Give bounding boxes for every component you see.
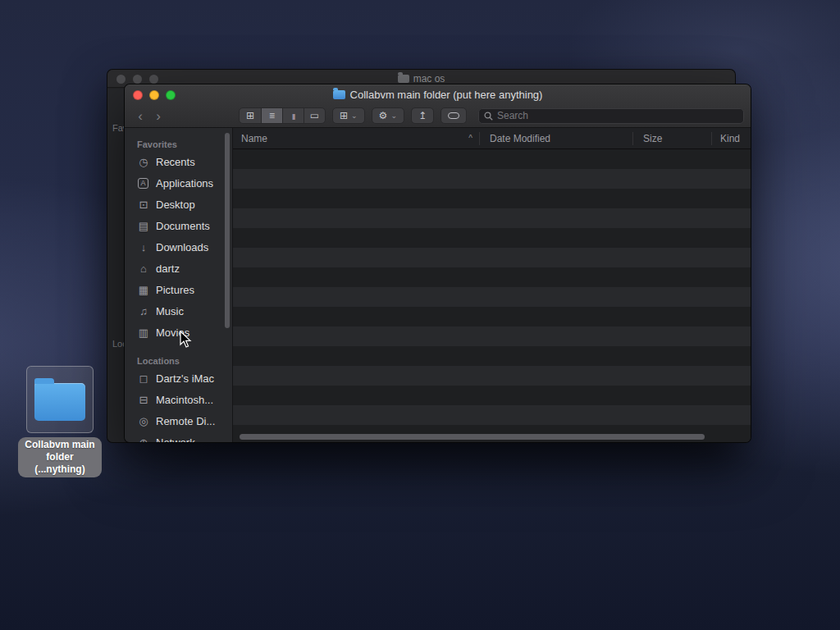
film-icon: ▥ (137, 327, 150, 338)
inactive-zoom-button[interactable] (149, 75, 158, 84)
group-button[interactable]: ⊞ ⌄ (332, 107, 365, 124)
window-title-text: Collabvm main folder (put here anything) (350, 89, 543, 101)
sidebar-item-label: Documents (156, 220, 210, 232)
column-header-size[interactable]: Size (632, 132, 711, 145)
gallery-view-button[interactable]: ▭ (304, 108, 325, 123)
sidebar-section-locations: Locations (125, 354, 232, 368)
document-icon: ▤ (137, 221, 150, 231)
sidebar-item-desktop[interactable]: ⊡ Desktop (125, 194, 232, 215)
sidebar-item-label: Remote Di... (156, 415, 215, 427)
folder-icon (333, 90, 345, 99)
forward-button[interactable]: › (149, 107, 167, 124)
action-button[interactable]: ⚙ ⌄ (372, 107, 404, 124)
sidebar-item-label: Pictures (156, 284, 194, 296)
list-view-button[interactable]: ≡ (261, 108, 282, 123)
background-window-title-text: mac os (413, 73, 445, 84)
sidebar-item-label: Desktop (156, 199, 195, 211)
back-button[interactable]: ‹ (131, 107, 149, 124)
network-globe-icon: ⊕ (137, 437, 150, 443)
desktop-icon-glyph: ⊡ (137, 199, 150, 210)
desktop-icon-label-line1: Collabvm main (25, 439, 95, 451)
sidebar-item-downloads[interactable]: ↓ Downloads (125, 236, 232, 258)
group-icon: ⊞ (340, 110, 348, 121)
window-title: Collabvm main folder (put here anything) (333, 89, 543, 101)
column-view-icon: ||| (292, 112, 294, 120)
finder-window: Collabvm main folder (put here anything)… (124, 84, 751, 443)
applications-icon: A (138, 178, 148, 189)
sidebar-item-documents[interactable]: ▤ Documents (125, 215, 232, 236)
close-button[interactable] (133, 90, 143, 100)
sidebar-item-remote-disc[interactable]: ◎ Remote Di... (125, 410, 232, 431)
sidebar-section-favorites: Favorites (125, 138, 232, 151)
chevron-down-icon: ⌄ (390, 112, 397, 120)
folder-icon (398, 75, 409, 83)
clock-icon: ◷ (137, 157, 150, 167)
background-window-sidebar-strip: Favorites Locations (107, 89, 125, 442)
desktop-icon-label-line2: folder (...nything) (25, 451, 95, 476)
desktop-icon-collabvm-folder[interactable]: Collabvm main folder (...nything) (18, 366, 102, 477)
column-header-date-modified[interactable]: Date Modified (479, 132, 632, 145)
sidebar-section-label-clipped: Favorites (112, 123, 125, 133)
sidebar-item-recents[interactable]: ◷ Recents (125, 151, 232, 172)
sidebar-item-label: Movies (156, 326, 189, 339)
search-field[interactable] (478, 108, 744, 124)
sidebar-section-label-clipped: Locations (112, 339, 125, 349)
folder-selection-box[interactable] (26, 366, 94, 433)
window-header: Collabvm main folder (put here anything)… (125, 84, 751, 128)
sidebar-item-label: Applications (156, 177, 213, 189)
toolbar: ‹ › ⊞ ≡ ||| ▭ ⊞ ⌄ ⚙ ⌄ ↥ (125, 104, 751, 127)
sidebar-item-movies[interactable]: ▥ Movies (125, 322, 232, 343)
sidebar-item-label: Network (156, 436, 195, 443)
sidebar-item-music[interactable]: ♫ Music (125, 300, 232, 322)
sidebar-item-applications[interactable]: A Applications (125, 172, 232, 194)
sidebar-scrollbar[interactable] (225, 133, 230, 328)
home-icon: ⌂ (137, 263, 150, 274)
column-view-button[interactable]: ||| (282, 108, 304, 123)
gallery-view-icon: ▭ (310, 110, 319, 121)
sidebar-item-imac[interactable]: ◻ Dartz's iMac (125, 368, 232, 389)
sidebar-item-network[interactable]: ⊕ Network (125, 431, 232, 442)
desktop-icon-label: Collabvm main folder (...nything) (18, 437, 102, 477)
pictures-icon: ▦ (137, 285, 150, 295)
sidebar: Favorites ◷ Recents A Applications ⊡ Des… (125, 128, 233, 442)
sidebar-item-home[interactable]: ⌂ dartz (125, 258, 232, 279)
titlebar[interactable]: Collabvm main folder (put here anything) (125, 84, 751, 104)
file-list-empty[interactable] (233, 149, 751, 442)
tags-icon (448, 112, 459, 119)
inactive-close-button[interactable] (116, 75, 126, 84)
sidebar-item-macintosh-hd[interactable]: ⊟ Macintosh... (125, 389, 232, 410)
download-icon: ↓ (137, 242, 150, 253)
column-header-kind[interactable]: Kind (711, 132, 751, 145)
zoom-button[interactable] (166, 90, 176, 100)
inactive-traffic-lights (116, 75, 158, 84)
list-view-icon: ≡ (269, 110, 275, 121)
view-mode-segmented-control: ⊞ ≡ ||| ▭ (239, 107, 326, 124)
share-icon: ↥ (418, 110, 427, 121)
sidebar-item-pictures[interactable]: ▦ Pictures (125, 279, 232, 300)
file-list-pane: Name ^ Date Modified Size Kind (233, 128, 751, 442)
minimize-button[interactable] (149, 90, 159, 100)
sidebar-item-label: Macintosh... (156, 394, 213, 406)
sort-ascending-icon: ^ (468, 134, 472, 143)
tags-button[interactable] (441, 107, 467, 124)
column-header-name[interactable]: Name ^ (233, 133, 479, 144)
imac-icon: ◻ (137, 373, 150, 384)
disc-icon: ◎ (137, 416, 150, 427)
window-body: Favorites ◷ Recents A Applications ⊡ Des… (125, 128, 751, 442)
search-input[interactable] (497, 110, 738, 121)
inactive-minimize-button[interactable] (133, 75, 142, 84)
horizontal-scrollbar[interactable] (240, 434, 705, 440)
gear-icon: ⚙ (379, 110, 388, 121)
sidebar-item-label: Dartz's iMac (156, 372, 214, 385)
search-icon (484, 112, 493, 121)
list-column-headers: Name ^ Date Modified Size Kind (233, 128, 751, 149)
sidebar-item-label: Recents (156, 156, 195, 168)
icon-view-button[interactable]: ⊞ (240, 108, 261, 123)
share-button[interactable]: ↥ (411, 107, 434, 124)
sidebar-item-label: Downloads (156, 241, 208, 253)
sidebar-item-label: Music (156, 305, 184, 317)
music-note-icon: ♫ (137, 306, 150, 317)
chevron-down-icon: ⌄ (351, 112, 358, 120)
sidebar-item-label: dartz (156, 262, 180, 275)
traffic-lights (133, 90, 176, 100)
